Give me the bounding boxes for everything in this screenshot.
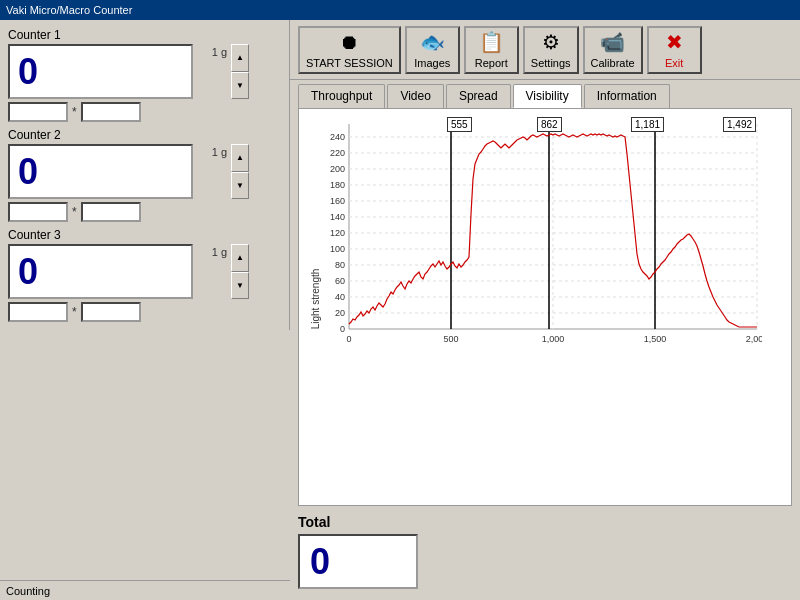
svg-text:0: 0 — [346, 334, 351, 344]
images-button[interactable]: 🐟 Images — [405, 26, 460, 74]
total-label: Total — [298, 514, 792, 530]
light-strength-chart: Light strength — [307, 119, 762, 349]
counter-1-label: Counter 1 — [8, 28, 281, 42]
svg-text:100: 100 — [330, 244, 345, 254]
counter-3-block: Counter 3 0 1 g ▲ ▼ * — [8, 228, 281, 322]
counter-3-sub-input[interactable] — [8, 302, 68, 322]
counter-2-star: * — [72, 205, 77, 219]
images-label: Images — [414, 57, 450, 69]
counter-1-up[interactable]: ▲ — [231, 44, 249, 72]
chart-container: 555 862 1,181 1,492 Light strength — [298, 108, 792, 506]
settings-label: Settings — [531, 57, 571, 69]
counter-3-star: * — [72, 305, 77, 319]
report-button[interactable]: 📋 Report — [464, 26, 519, 74]
counter-2-spinners: ▲ ▼ — [231, 144, 249, 199]
counter-1-spinners: ▲ ▼ — [231, 44, 249, 99]
counter-3-sub-input2[interactable] — [81, 302, 141, 322]
svg-text:180: 180 — [330, 180, 345, 190]
calibrate-button[interactable]: 📹 Calibrate — [583, 26, 643, 74]
tab-video[interactable]: Video — [387, 84, 443, 108]
title-text: Vaki Micro/Macro Counter — [6, 4, 132, 16]
counter-1-unit: 1 g — [212, 44, 227, 58]
svg-text:140: 140 — [330, 212, 345, 222]
counter-3-spinners: ▲ ▼ — [231, 244, 249, 299]
calibrate-label: Calibrate — [591, 57, 635, 69]
record-icon: ⏺ — [339, 31, 359, 54]
left-panel: Counter 1 0 1 g ▲ ▼ * — [0, 20, 290, 330]
counter-3-down[interactable]: ▼ — [231, 272, 249, 300]
camera-icon: 📹 — [600, 30, 625, 54]
svg-text:1,000: 1,000 — [542, 334, 565, 344]
svg-text:0: 0 — [340, 324, 345, 334]
counter-3-label: Counter 3 — [8, 228, 281, 242]
counter-2-sub-input2[interactable] — [81, 202, 141, 222]
start-session-button[interactable]: ⏺ START SESSION — [298, 26, 401, 74]
title-bar: Vaki Micro/Macro Counter — [0, 0, 800, 20]
svg-text:500: 500 — [443, 334, 458, 344]
marker-2: 862 — [537, 117, 562, 132]
counter-1-block: Counter 1 0 1 g ▲ ▼ * — [8, 28, 281, 122]
svg-text:Light strength: Light strength — [310, 269, 321, 330]
counter-1-display: 0 — [8, 44, 193, 99]
exit-icon: ✖ — [666, 30, 683, 54]
report-label: Report — [475, 57, 508, 69]
tab-information[interactable]: Information — [584, 84, 670, 108]
svg-text:220: 220 — [330, 148, 345, 158]
marker-3: 1,181 — [631, 117, 664, 132]
svg-text:1,500: 1,500 — [644, 334, 667, 344]
total-section: Total 0 — [290, 510, 800, 600]
marker-4: 1,492 — [723, 117, 756, 132]
counter-3-up[interactable]: ▲ — [231, 244, 249, 272]
counter-1-sub-input2[interactable] — [81, 102, 141, 122]
counter-2-up[interactable]: ▲ — [231, 144, 249, 172]
svg-text:20: 20 — [335, 308, 345, 318]
counter-2-block: Counter 2 0 1 g ▲ ▼ * — [8, 128, 281, 222]
counter-3-display: 0 — [8, 244, 193, 299]
svg-text:120: 120 — [330, 228, 345, 238]
fish-icon: 🐟 — [420, 30, 445, 54]
counter-1-down[interactable]: ▼ — [231, 72, 249, 100]
svg-text:200: 200 — [330, 164, 345, 174]
svg-text:40: 40 — [335, 292, 345, 302]
toolbar: ⏺ START SESSION 🐟 Images 📋 Report ⚙ Sett… — [290, 20, 800, 80]
counter-1-sub-input[interactable] — [8, 102, 68, 122]
status-text: Counting — [6, 585, 50, 597]
svg-text:160: 160 — [330, 196, 345, 206]
status-bar: Counting — [0, 580, 290, 600]
counter-3-unit: 1 g — [212, 244, 227, 258]
start-session-label: START SESSION — [306, 57, 393, 69]
exit-label: Exit — [665, 57, 683, 69]
exit-button[interactable]: ✖ Exit — [647, 26, 702, 74]
tab-throughput[interactable]: Throughput — [298, 84, 385, 108]
counter-2-display: 0 — [8, 144, 193, 199]
svg-text:2,000: 2,000 — [746, 334, 762, 344]
gear-icon: ⚙ — [542, 30, 560, 54]
svg-text:240: 240 — [330, 132, 345, 142]
tabs-row: Throughput Video Spread Visibility Infor… — [290, 80, 800, 108]
svg-text:80: 80 — [335, 260, 345, 270]
counter-2-sub-input[interactable] — [8, 202, 68, 222]
svg-text:60: 60 — [335, 276, 345, 286]
tab-visibility[interactable]: Visibility — [513, 84, 582, 108]
report-icon: 📋 — [479, 30, 504, 54]
counter-1-star: * — [72, 105, 77, 119]
counter-2-label: Counter 2 — [8, 128, 281, 142]
counter-2-unit: 1 g — [212, 144, 227, 158]
settings-button[interactable]: ⚙ Settings — [523, 26, 579, 74]
marker-1: 555 — [447, 117, 472, 132]
tab-spread[interactable]: Spread — [446, 84, 511, 108]
right-panel: ⏺ START SESSION 🐟 Images 📋 Report ⚙ Sett… — [290, 20, 800, 600]
total-display: 0 — [298, 534, 418, 589]
counter-2-down[interactable]: ▼ — [231, 172, 249, 200]
